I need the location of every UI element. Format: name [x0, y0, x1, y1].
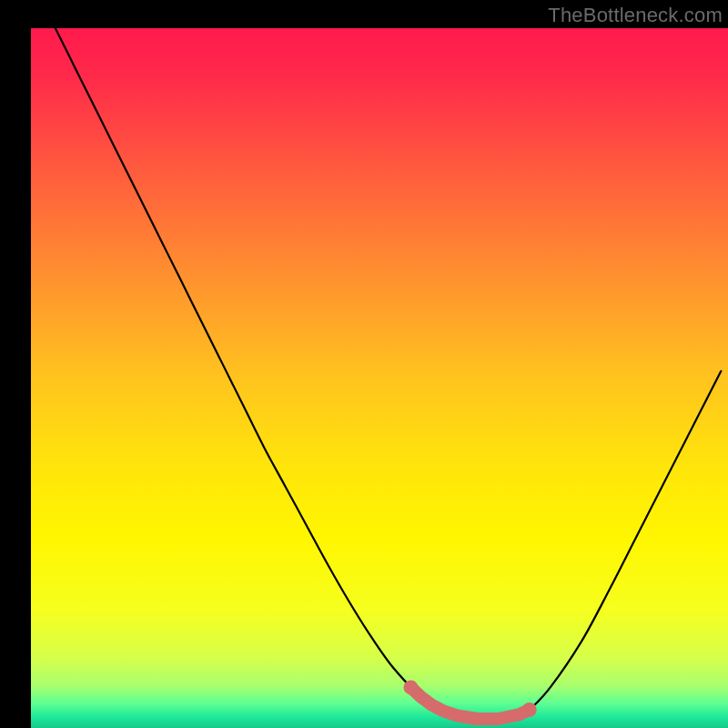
chart-stage: TheBottleneck.com: [0, 0, 728, 728]
highlight-end-dot: [522, 703, 537, 717]
bottleneck-curve: [56, 28, 722, 720]
highlight-markers: [403, 680, 536, 719]
highlight-stroke: [410, 687, 529, 719]
plot-area: [31, 28, 728, 728]
highlight-end-dot: [403, 680, 418, 694]
frame-left: [0, 0, 31, 728]
curve-layer: [31, 28, 728, 728]
watermark-text: TheBottleneck.com: [548, 4, 723, 27]
